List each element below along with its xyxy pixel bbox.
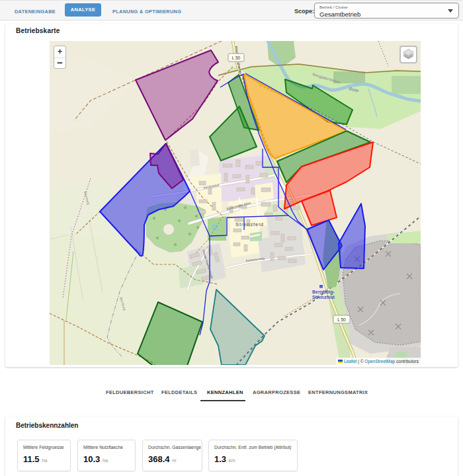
svg-text:Strenzfeld: Strenzfeld <box>312 295 335 299</box>
svg-text:L 50: L 50 <box>232 56 241 60</box>
svg-text:Strenzfeld: Strenzfeld <box>235 221 264 227</box>
svg-text:L 50: L 50 <box>337 317 346 322</box>
svg-text:Bernburg-: Bernburg- <box>312 290 335 295</box>
